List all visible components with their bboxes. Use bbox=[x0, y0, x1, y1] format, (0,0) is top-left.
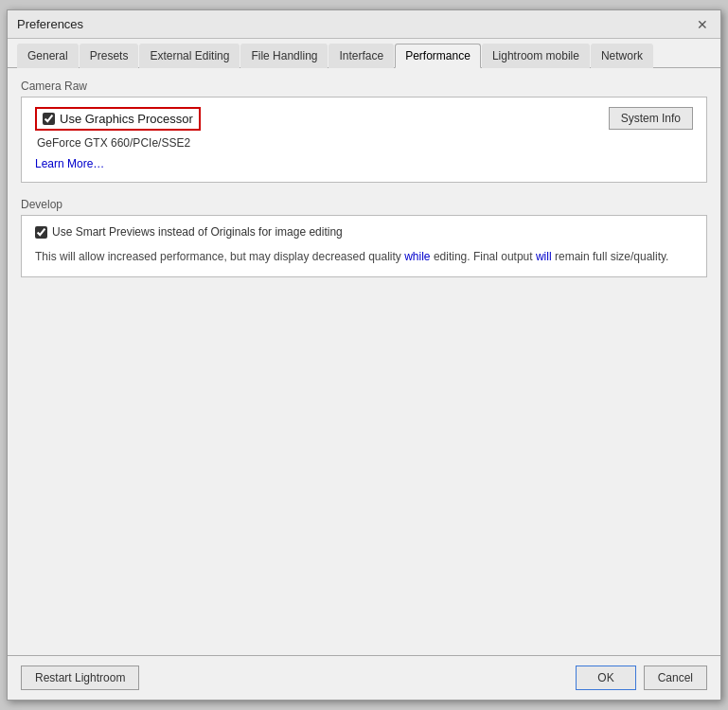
tab-file-handling[interactable]: File Handling bbox=[240, 44, 328, 68]
tab-general[interactable]: General bbox=[17, 44, 79, 68]
info-text-part1: This will allow increased performance, b… bbox=[35, 250, 404, 263]
use-graphics-processor-checkbox[interactable] bbox=[43, 113, 55, 125]
restart-lightroom-button[interactable]: Restart Lightroom bbox=[21, 666, 139, 690]
use-smart-previews-checkbox[interactable] bbox=[35, 226, 47, 239]
dialog-title: Preferences bbox=[17, 17, 83, 31]
title-bar: Preferences ✕ bbox=[8, 10, 720, 39]
system-info-button[interactable]: System Info bbox=[609, 107, 693, 130]
footer: Restart Lightroom OK Cancel bbox=[8, 655, 720, 700]
gpu-checkbox-row: Use Graphics Processor System Info bbox=[35, 107, 693, 131]
develop-label: Develop bbox=[21, 198, 707, 211]
develop-section: Develop Use Smart Previews instead of Or… bbox=[21, 198, 707, 277]
learn-more-link[interactable]: Learn More… bbox=[35, 157, 104, 170]
tabs-bar: General Presets External Editing File Ha… bbox=[8, 39, 720, 68]
tab-presets[interactable]: Presets bbox=[80, 44, 139, 68]
tab-interface[interactable]: Interface bbox=[328, 44, 394, 68]
camera-raw-box: Use Graphics Processor System Info GeFor… bbox=[21, 97, 707, 183]
preferences-dialog: Preferences ✕ General Presets External E… bbox=[7, 9, 721, 701]
info-text-will: will bbox=[536, 250, 552, 263]
gpu-name: GeForce GTX 660/PCIe/SSE2 bbox=[37, 136, 693, 150]
tab-network[interactable]: Network bbox=[591, 44, 653, 68]
tab-external-editing[interactable]: External Editing bbox=[139, 44, 240, 68]
close-button[interactable]: ✕ bbox=[694, 16, 711, 33]
info-text-part3: remain full size/quality. bbox=[552, 250, 669, 263]
develop-box: Use Smart Previews instead of Originals … bbox=[21, 215, 707, 277]
ok-button[interactable]: OK bbox=[576, 666, 635, 690]
smart-previews-checkbox-row: Use Smart Previews instead of Originals … bbox=[35, 225, 693, 239]
footer-right-buttons: OK Cancel bbox=[576, 666, 707, 690]
content-area: Camera Raw Use Graphics Processor System… bbox=[8, 68, 720, 655]
tab-performance[interactable]: Performance bbox=[395, 44, 481, 68]
close-icon: ✕ bbox=[697, 17, 708, 32]
info-text-while: while bbox=[404, 250, 430, 263]
info-text-part2: editing. Final output bbox=[431, 250, 536, 263]
gpu-checkbox-label: Use Graphics Processor bbox=[60, 112, 193, 126]
camera-raw-section: Camera Raw Use Graphics Processor System… bbox=[21, 80, 707, 183]
smart-previews-label: Use Smart Previews instead of Originals … bbox=[52, 225, 343, 239]
tab-lightroom-mobile[interactable]: Lightroom mobile bbox=[482, 44, 590, 68]
smart-previews-info: This will allow increased performance, b… bbox=[35, 248, 693, 265]
camera-raw-label: Camera Raw bbox=[21, 80, 707, 93]
gpu-checkbox-highlighted: Use Graphics Processor bbox=[35, 107, 201, 131]
cancel-button[interactable]: Cancel bbox=[644, 666, 707, 690]
